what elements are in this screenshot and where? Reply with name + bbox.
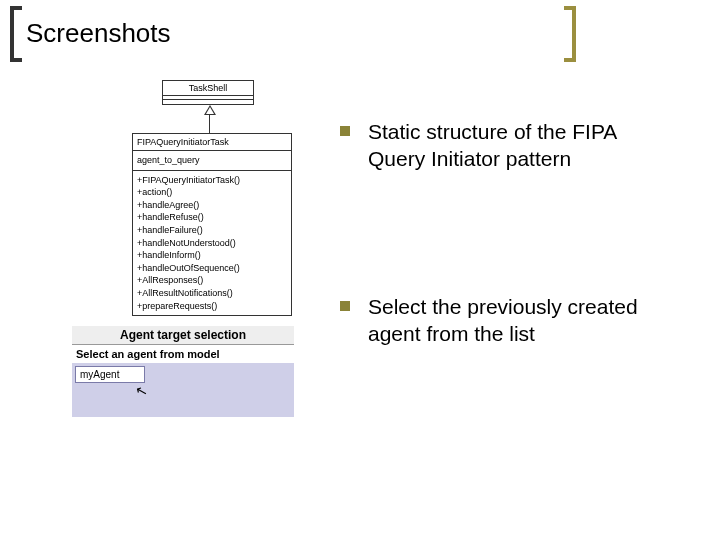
title-bracket-right — [564, 6, 576, 62]
bullet-point: Select the previously created agent from… — [340, 293, 660, 348]
uml-class-name: FIPAQueryInitiatorTask — [133, 134, 291, 151]
bullet-text: Select the previously created agent from… — [368, 293, 660, 348]
screenshots-column: TaskShell FIPAQueryInitiatorTask agent_t… — [80, 80, 280, 417]
uml-attributes: agent_to_query — [133, 151, 291, 171]
agent-listbox[interactable]: myAgent — [75, 366, 145, 383]
uml-op: +handleInform() — [137, 249, 287, 262]
bullet-icon — [340, 126, 350, 136]
uml-op: +handleNotUnderstood() — [137, 237, 287, 250]
uml-op: +FIPAQueryInitiatorTask() — [137, 174, 287, 187]
uml-class-box: FIPAQueryInitiatorTask agent_to_query +F… — [132, 133, 292, 316]
uml-op: +handleFailure() — [137, 224, 287, 237]
uml-op: +action() — [137, 186, 287, 199]
bullet-text: Static structure of the FIPA Query Initi… — [368, 118, 660, 173]
dialog-title: Agent target selection — [72, 326, 294, 345]
bullet-column: Static structure of the FIPA Query Initi… — [340, 118, 660, 467]
uml-op: +prepareRequests() — [137, 300, 287, 313]
title-bracket-left — [10, 6, 22, 62]
slide-title: Screenshots — [26, 18, 171, 49]
dialog-subtitle: Select an agent from model — [72, 345, 294, 363]
uml-op: +handleRefuse() — [137, 211, 287, 224]
agent-list-item[interactable]: myAgent — [80, 369, 119, 380]
uml-op: +handleAgree() — [137, 199, 287, 212]
bullet-point: Static structure of the FIPA Query Initi… — [340, 118, 660, 173]
uml-parent-name: TaskShell — [163, 81, 253, 96]
cursor-icon: ↖ — [134, 382, 150, 401]
uml-parent-class: TaskShell — [162, 80, 254, 105]
uml-attr: agent_to_query — [137, 154, 287, 167]
bullet-icon — [340, 301, 350, 311]
uml-op: +AllResultNotifications() — [137, 287, 287, 300]
uml-operations: +FIPAQueryInitiatorTask() +action() +han… — [133, 171, 291, 316]
uml-generalization-arrow — [204, 105, 280, 133]
uml-op: +AllResponses() — [137, 274, 287, 287]
dialog-body: myAgent ↖ — [72, 363, 294, 417]
agent-selection-dialog: Agent target selection Select an agent f… — [72, 326, 294, 417]
uml-op: +handleOutOfSequence() — [137, 262, 287, 275]
